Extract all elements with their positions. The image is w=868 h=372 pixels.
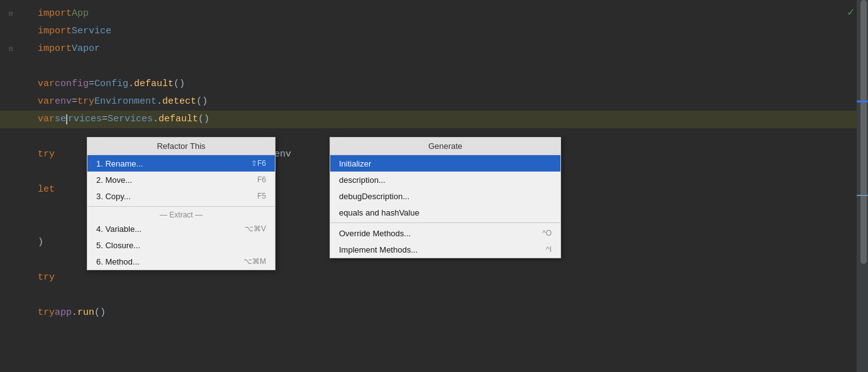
code-token: config (55, 75, 89, 93)
code-token: = (72, 93, 77, 111)
code-line-16: try (0, 269, 857, 287)
code-line-2: import Service (0, 23, 857, 40)
menu-item-description[interactable]: description... (330, 172, 560, 188)
code-token: detect (162, 93, 196, 111)
generate-menu-title: Generate (330, 138, 560, 155)
menu-separator-1 (87, 206, 275, 207)
code-token: var (38, 111, 55, 128)
code-line-6: var env = try Environment.detect() (0, 93, 857, 111)
code-token: = (89, 75, 94, 93)
menu-item-override-methods[interactable]: Override Methods... ^O (330, 225, 560, 241)
fold-icon-3[interactable]: ⊟ (9, 40, 13, 58)
code-line-4 (0, 58, 857, 75)
code-token: () (198, 111, 209, 128)
code-line-3: ⊟ import Vapor (0, 40, 857, 58)
rename-shortcut: ⇧F6 (251, 159, 266, 168)
code-token: . (157, 93, 162, 111)
generate-menu: Generate Initializer description... debu… (330, 137, 561, 258)
code-token: ) (38, 234, 43, 251)
code-token: env (55, 93, 72, 111)
scrollbar-marker-2 (857, 195, 868, 196)
method-shortcut: ⌥⌘M (243, 257, 266, 266)
scrollbar-marker-1 (857, 101, 868, 102)
refactor-menu-title: Refactor This (87, 138, 275, 155)
menu-item-rename[interactable]: 1. Rename... ⇧F6 (87, 155, 275, 172)
code-line-7: var services = Services.default() (0, 111, 857, 128)
code-token: . (128, 75, 134, 93)
code-token: try (38, 304, 55, 322)
variable-shortcut: ⌥⌘V (245, 224, 266, 233)
scrollbar-thumb[interactable] (860, 0, 867, 264)
editor: ⊟ import App import Service ⊟ import Vap… (0, 0, 868, 372)
code-token: Environment (94, 93, 157, 111)
implement-methods-shortcut: ^I (546, 245, 552, 254)
menu-item-debug-description[interactable]: debugDescription... (330, 188, 560, 204)
code-token: . (153, 111, 159, 128)
initializer-label: Initializer (339, 159, 539, 168)
implement-methods-label: Implement Methods... (339, 245, 533, 254)
code-token: default (134, 75, 174, 93)
code-line-17 (0, 287, 857, 304)
code-token: var (38, 75, 55, 93)
code-token: se (55, 111, 66, 128)
code-token: = (102, 111, 108, 128)
code-line-5: var config = Config.default() (0, 75, 857, 93)
text-cursor (66, 114, 67, 124)
extract-section-label: — Extract — (87, 209, 275, 221)
code-token: () (196, 93, 208, 111)
menu-item-closure[interactable]: 5. Closure... (87, 237, 275, 253)
variable-label: 4. Variable... (96, 224, 232, 234)
menu-item-variable[interactable]: 4. Variable... ⌥⌘V (87, 221, 275, 237)
code-token: import (38, 5, 72, 23)
menu-item-initializer[interactable]: Initializer (330, 155, 560, 172)
menu-item-equals-hash[interactable]: equals and hashValue (330, 204, 560, 221)
code-token: try (38, 146, 55, 163)
code-token: default (159, 111, 198, 128)
code-token: app (55, 304, 72, 322)
code-token: import (38, 23, 72, 40)
code-token: let (38, 181, 55, 199)
rename-label: 1. Rename... (96, 159, 238, 168)
code-token: . (72, 304, 77, 322)
code-token: rvices (68, 111, 102, 128)
code-token: App (72, 5, 89, 23)
code-token: () (94, 304, 106, 322)
override-methods-label: Override Methods... (339, 229, 530, 238)
copy-shortcut: F5 (257, 192, 266, 200)
menu-item-implement-methods[interactable]: Implement Methods... ^I (330, 241, 560, 258)
menu-item-move[interactable]: 2. Move... F6 (87, 172, 275, 188)
copy-label: 3. Copy... (96, 192, 245, 201)
code-token: () (174, 75, 185, 93)
code-token: try (77, 93, 94, 111)
refactor-menu: Refactor This 1. Rename... ⇧F6 2. Move..… (87, 137, 275, 270)
code-line-1: ⊟ import App (0, 5, 857, 23)
debug-description-label: debugDescription... (339, 192, 539, 201)
scrollbar[interactable] (857, 0, 868, 372)
checkmark-icon: ✓ (847, 5, 854, 19)
code-token: run (77, 304, 94, 322)
code-token: Config (94, 75, 128, 93)
code-token: import (38, 40, 72, 58)
generate-separator-1 (330, 222, 560, 223)
description-label: description... (339, 175, 539, 185)
closure-label: 5. Closure... (96, 241, 253, 250)
code-token: var (38, 93, 55, 111)
move-label: 2. Move... (96, 175, 245, 185)
override-methods-shortcut: ^O (542, 229, 552, 238)
menu-item-method[interactable]: 6. Method... ⌥⌘M (87, 253, 275, 270)
fold-icon-1[interactable]: ⊟ (9, 5, 13, 23)
menu-item-copy[interactable]: 3. Copy... F5 (87, 188, 275, 204)
method-label: 6. Method... (96, 257, 231, 266)
code-token: Service (72, 23, 111, 40)
code-token: try (38, 269, 55, 287)
code-token: Vapor (72, 40, 100, 58)
code-line-18: try app.run() (0, 304, 857, 322)
equals-hash-label: equals and hashValue (339, 208, 539, 217)
code-token: Services (108, 111, 153, 128)
move-shortcut: F6 (257, 175, 266, 184)
